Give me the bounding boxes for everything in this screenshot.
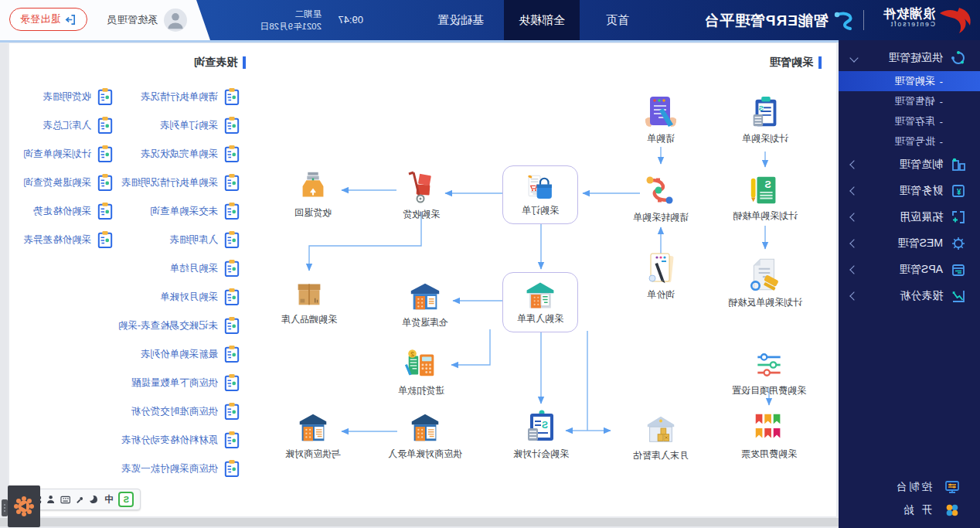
sogou-logo-icon[interactable]: S (118, 492, 134, 507)
chevron-right-icon (849, 160, 858, 169)
sidebar-group-report-analysis[interactable]: 报表分析 (839, 283, 980, 309)
report-clipboard-icon (224, 431, 240, 449)
report-item[interactable]: 采购退换货查询 (24, 173, 114, 192)
aps-icon (951, 262, 966, 278)
flow-node-monthend-estimate[interactable]: 月末入库暂估 (603, 411, 719, 462)
sidebar-group-label: 供应链管理 (889, 51, 943, 65)
report-item[interactable]: 采购订单列表 (160, 116, 240, 135)
report-clipboard-icon (224, 373, 240, 392)
report-item[interactable]: 入库汇总表 (43, 116, 114, 135)
tab-all-modules[interactable]: 全部模块 (504, 0, 580, 40)
logout-button[interactable]: 退出登录 (9, 8, 87, 31)
sidebar: 供应链管理 -采购管理 -销售管理 -库存管理 -批号管理 制造管理 ¥ 财务管… (839, 40, 980, 528)
sidebar-group-supply-chain[interactable]: 供应链管理 (839, 45, 980, 71)
sidebar-item-batch[interactable]: -批号管理 (839, 131, 980, 152)
sidebar-group-label: 拓展应用 (900, 210, 943, 224)
report-clipboard-icon (224, 173, 240, 192)
widget-handle[interactable] (2, 499, 8, 516)
sidebar-group-extension[interactable]: 拓展应用 (839, 204, 980, 230)
report-clipboard-icon (97, 202, 113, 220)
report-item[interactable]: 采购单执行情况明细表 (121, 173, 240, 192)
keyboard-icon[interactable] (60, 496, 70, 504)
sidebar-group-label: MES管理 (898, 237, 943, 250)
report-item[interactable]: 请购单执行情况表 (141, 87, 240, 106)
ime-mode-chinese[interactable]: 中 (104, 493, 113, 506)
flow-node-accounting-reconcile[interactable]: S 采购会计对账 (483, 408, 599, 461)
sidebar-item-label: 采购管理 (895, 74, 935, 88)
report-item[interactable]: 供应商准时交货分析 (131, 402, 240, 421)
person-small-icon[interactable] (47, 495, 56, 504)
flow-node-purchase-receiving[interactable]: 采购收货 (363, 169, 479, 221)
flow-node-requisition[interactable]: 请购单 (603, 93, 719, 145)
report-label: 计划采购单查询 (24, 148, 92, 161)
flow-node-expense-invoice[interactable]: 采购费用发票 (711, 410, 827, 461)
node-label: 月末入库暂估 (603, 449, 719, 462)
report-item[interactable]: 最新采购单价列表 (141, 345, 240, 363)
report-item[interactable]: 供应商下单数量提醒 (131, 373, 240, 392)
brand-subname: Centersoft (883, 20, 935, 28)
flow-node-supplier-reconcile[interactable]: 与供应商对账 (255, 410, 371, 461)
sidebar-item-label: 批号管理 (895, 135, 935, 148)
tab-basic-settings[interactable]: 基础设置 (427, 0, 495, 40)
flow-node-gift-inbound[interactable]: 采购赠品入库 (251, 275, 367, 326)
report-label: 未记账交易检查表-采购 (118, 319, 218, 332)
node-label: 请购转采购单 (603, 211, 719, 224)
report-clipboard-icon (97, 230, 113, 249)
flow-node-warehouse-return[interactable]: 仓库退货单 (367, 278, 483, 329)
inquiry-doc-icon (642, 249, 679, 286)
report-item[interactable]: 采购价格差异表 (24, 230, 114, 249)
sidebar-item-sales[interactable]: -销售管理 (839, 91, 980, 111)
flow-node-planned-purchase-order[interactable]: S 计划采购单 (707, 94, 823, 145)
report-item[interactable]: 采购月结单 (170, 259, 240, 278)
report-item[interactable]: 收货明细表 (43, 87, 114, 106)
start-button[interactable]: 开 始 (839, 499, 980, 522)
sidebar-group-manufacture[interactable]: 制造管理 (839, 152, 980, 178)
report-label: 采购单执行情况明细表 (121, 176, 218, 189)
report-clipboard-icon (224, 116, 240, 135)
vertical-scrollbar[interactable] (0, 43, 8, 516)
sidebar-item-inventory[interactable]: -库存管理 (839, 111, 980, 131)
ime-toolbar[interactable]: S 中 (26, 489, 141, 510)
flow-node-inquiry[interactable]: 询价单 (603, 249, 719, 301)
report-item[interactable]: 未记账交易检查表-采购 (118, 316, 240, 335)
flow-node-req-to-po[interactable]: 请购转采购单 (603, 172, 719, 224)
floating-tool-widget[interactable] (8, 485, 40, 527)
report-item[interactable]: 供应商采购付款一览表 (121, 459, 240, 478)
sidebar-group-mes[interactable]: MES管理 (839, 230, 980, 257)
svg-text:S: S (764, 179, 771, 190)
report-item[interactable]: 原材料价格变动分析表 (121, 431, 240, 449)
report-item[interactable]: 入库明细表 (170, 230, 240, 249)
avatar[interactable] (164, 9, 187, 32)
user-name: 系统管理员 (107, 13, 158, 27)
clock-time: 09:47 (338, 14, 363, 26)
flow-node-supplier-statement-entry[interactable]: 供应商对账单录入 (367, 410, 483, 461)
report-item[interactable]: 采购价格走势 (33, 202, 113, 220)
finance-icon: ¥ (951, 183, 966, 199)
horizontal-scrollbar[interactable] (0, 518, 839, 526)
tab-home[interactable]: 首页 (594, 0, 641, 40)
report-item[interactable]: 未交采购单查询 (151, 202, 240, 220)
sidebar-group-aps[interactable]: APS管理 (839, 257, 980, 283)
flow-node-plan-writeoff[interactable]: S 计划采购单核销 (707, 172, 823, 223)
report-item[interactable]: 计划采购单查询 (24, 145, 114, 163)
flow-node-inbound-deduction[interactable]: 2 进货扣款单 (363, 346, 479, 397)
svg-text:¥: ¥ (957, 188, 961, 196)
flow-node-purchase-order[interactable]: 采购订单 (502, 165, 578, 224)
platform-s-logo-icon (832, 9, 858, 32)
flow-node-expense-item-setup[interactable]: 采购费用项目设置 (711, 348, 827, 397)
flow-node-plan-reverse-writeoff[interactable]: 计划采购单反核销 (707, 255, 823, 309)
moon-icon[interactable] (90, 495, 99, 504)
flow-node-purchase-inbound[interactable]: 采购入库单 (502, 272, 578, 332)
flow-node-receiving-return[interactable]: 收货退回 (255, 169, 371, 220)
report-item[interactable]: 采购单完成状况表 (141, 145, 240, 163)
sidebar-item-purchase[interactable]: -采购管理 (839, 71, 980, 91)
report-label: 收货明细表 (43, 90, 92, 104)
route-s-curve-icon (642, 172, 679, 209)
tool-icon[interactable] (76, 496, 84, 504)
sidebar-group-finance[interactable]: ¥ 财务管理 (839, 178, 980, 204)
report-label: 入库汇总表 (43, 119, 92, 132)
supplier-warehouse-icon (407, 410, 443, 445)
console-button[interactable]: 控制台 (839, 475, 980, 499)
report-item[interactable]: 采购月对账单 (160, 288, 240, 306)
date-label: 2021年9月28日 (260, 20, 322, 32)
